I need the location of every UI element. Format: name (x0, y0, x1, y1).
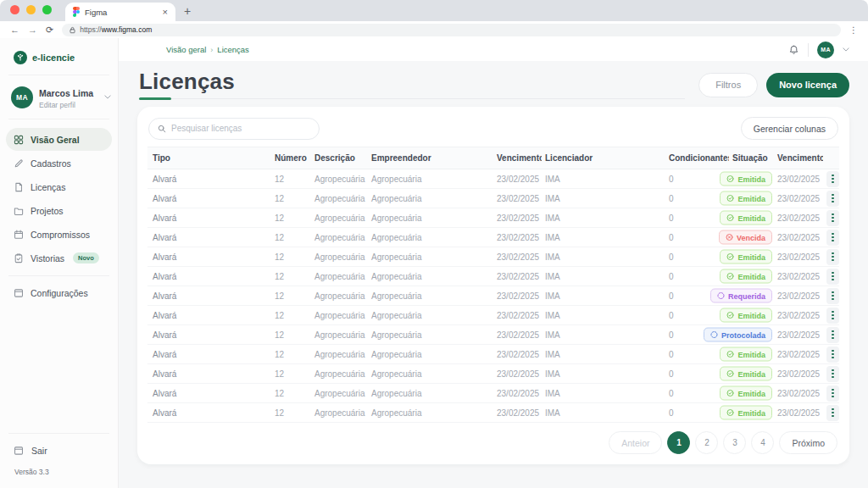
cell-numero: 12 (271, 384, 311, 403)
sidebar-item-cadastros[interactable]: Cadastros (6, 152, 112, 175)
cell-vencimento: 23/02/2025 (493, 306, 542, 325)
cell-empreendedor: Agropecuária (368, 169, 493, 189)
cell-vencimento-final: 23/02/2025 (774, 267, 823, 286)
row-actions-kebab-button[interactable] (826, 210, 839, 226)
cell-situacao: Emitida (729, 384, 774, 403)
cell-situacao: Emitida (729, 345, 774, 364)
new-badge: Novo (73, 252, 99, 263)
cell-licenciador: IMA (542, 325, 665, 345)
profile-name: Marcos Lima (39, 88, 93, 98)
new-license-button[interactable]: Novo licença (766, 73, 849, 97)
window-icon (14, 288, 24, 298)
licenses-table: TipoNúmeroDescriçãoEmpreendedorVenciment… (147, 147, 839, 423)
manage-columns-button[interactable]: Gerenciar colunas (741, 117, 838, 140)
row-actions-kebab-button[interactable] (826, 191, 839, 207)
address-bar[interactable]: https://www.figma.com (62, 24, 841, 36)
sidebar-nav: Visão Geral Cadastros Licenças Projetos … (0, 119, 118, 275)
cell-situacao: Emitida (729, 247, 774, 267)
page-button-2[interactable]: 2 (695, 431, 718, 454)
cell-tipo: Alvará (147, 169, 271, 189)
new-tab-button[interactable]: + (184, 4, 191, 21)
row-actions-kebab-button[interactable] (826, 385, 839, 402)
breadcrumb-item-visao-geral[interactable]: Visão geral (166, 45, 206, 54)
sidebar-item-vistorias[interactable]: Vistorias Novo (6, 247, 112, 269)
forward-icon[interactable]: → (28, 25, 37, 35)
sidebar-item-configuracoes[interactable]: Configurações (6, 281, 112, 304)
folder-icon (14, 206, 24, 216)
search-box[interactable] (148, 118, 320, 140)
chevron-down-icon[interactable] (843, 47, 849, 52)
x-circle-icon (726, 234, 733, 241)
page-button-3[interactable]: 3 (723, 431, 746, 454)
row-actions-kebab-button[interactable] (826, 249, 839, 265)
window-controls (0, 5, 65, 21)
row-actions-kebab-button[interactable] (826, 405, 839, 421)
browser-tab[interactable]: Figma × (65, 3, 175, 21)
sidebar-item-projetos[interactable]: Projetos (6, 199, 112, 222)
window-zoom-button[interactable] (42, 5, 52, 14)
previous-page-button[interactable]: Anteior (609, 431, 662, 454)
row-actions-kebab-button[interactable] (826, 288, 839, 304)
cell-vencimento-final: 23/02/2025 (774, 403, 823, 423)
status-badge: Emitida (720, 406, 772, 420)
row-actions-kebab-button[interactable] (826, 171, 839, 187)
cell-vencimento: 23/02/2025 (493, 208, 542, 228)
cell-actions (823, 306, 839, 325)
table-row: Alvará 12 Agropecuária Agropecuária 23/0… (147, 267, 839, 286)
row-actions-kebab-button[interactable] (826, 230, 839, 246)
search-input[interactable] (171, 124, 310, 133)
sidebar-item-compromissos[interactable]: Compromissos (6, 223, 112, 246)
pencil-icon (14, 158, 24, 169)
cell-empreendedor: Agropecuária (368, 267, 493, 286)
next-page-button[interactable]: Próximo (779, 431, 837, 454)
cell-numero: 12 (271, 325, 311, 345)
table-row: Alvará 12 Agropecuária Agropecuária 23/0… (147, 169, 839, 189)
table-row: Alvará 12 Agropecuária Agropecuária 23/0… (147, 228, 839, 247)
sidebar-item-licencas[interactable]: Licenças (6, 175, 112, 198)
notifications-bell-icon[interactable] (788, 44, 799, 56)
refresh-icon[interactable]: ⟳ (46, 25, 53, 35)
back-icon[interactable]: ← (10, 25, 19, 35)
tab-close-icon[interactable]: × (163, 8, 168, 17)
cell-numero: 12 (271, 286, 311, 306)
clipboard-icon (14, 253, 24, 263)
cell-descricao: Agropecuária (311, 325, 368, 345)
filters-button[interactable]: Filtros (698, 73, 758, 97)
page-button-1[interactable]: 1 (667, 431, 690, 454)
avatar[interactable]: MA (817, 42, 834, 58)
profile-menu[interactable]: MA Marcos Lima Editar perfil (0, 75, 118, 119)
row-actions-kebab-button[interactable] (826, 269, 839, 285)
row-actions-kebab-button[interactable] (826, 347, 839, 363)
row-actions-kebab-button[interactable] (826, 308, 839, 324)
status-badge: Emitida (720, 386, 772, 401)
window-minimize-button[interactable] (26, 5, 36, 14)
cell-empreendedor: Agropecuária (368, 247, 493, 267)
pagination-pages: 1234 (667, 431, 774, 454)
cell-numero: 12 (271, 247, 311, 267)
row-actions-kebab-button[interactable] (826, 366, 839, 382)
cell-numero: 12 (271, 364, 311, 384)
spinner-circle-icon (710, 331, 718, 339)
check-circle-icon (726, 273, 734, 280)
cell-descricao: Agropecuária (311, 384, 368, 403)
browser-menu-icon[interactable]: ⋮ (849, 25, 858, 35)
cell-vencimento-final: 23/02/2025 (774, 247, 823, 267)
status-badge: Emitida (720, 367, 772, 381)
cell-tipo: Alvará (147, 228, 271, 247)
cell-vencimento-final: 23/02/2025 (774, 169, 823, 189)
row-actions-kebab-button[interactable] (826, 327, 839, 343)
cell-empreendedor: Agropecuária (368, 325, 493, 345)
url-text: https://www.figma.com (80, 25, 152, 34)
table-row: Alvará 12 Agropecuária Agropecuária 23/0… (147, 384, 839, 403)
check-circle-icon (726, 390, 734, 397)
sidebar-item-visao-geral[interactable]: Visão Geral (6, 128, 112, 151)
cell-licenciador: IMA (542, 189, 665, 208)
cell-tipo: Alvará (147, 384, 271, 403)
column-header-tipo: Tipo (147, 147, 271, 169)
page-button-4[interactable]: 4 (751, 431, 774, 454)
window-close-button[interactable] (10, 5, 19, 14)
cell-tipo: Alvará (147, 403, 271, 423)
edit-profile-link[interactable]: Editar perfil (39, 101, 98, 109)
breadcrumb-item-licencas[interactable]: Licenças (217, 45, 249, 54)
logout-button[interactable]: Sair (0, 439, 118, 463)
